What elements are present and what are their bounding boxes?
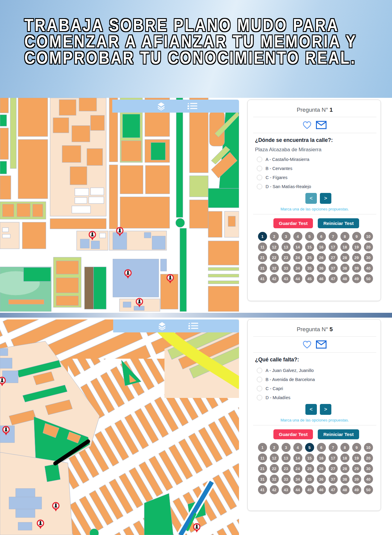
question-number-35[interactable]: 35 [305, 475, 314, 484]
question-number-15[interactable]: 15 [305, 242, 314, 251]
question-number-26[interactable]: 26 [317, 253, 326, 262]
question-number-31[interactable]: 31 [258, 475, 267, 484]
save-test-button[interactable]: Guardar Test [273, 218, 313, 228]
question-number-4[interactable]: 4 [293, 443, 302, 452]
radio-icon[interactable] [257, 175, 262, 180]
option-b[interactable]: B - Avenida de Barcelona [255, 377, 374, 382]
question-number-12[interactable]: 12 [270, 242, 279, 251]
question-number-18[interactable]: 18 [340, 242, 349, 251]
question-number-22[interactable]: 22 [270, 464, 279, 473]
question-number-14[interactable]: 14 [293, 453, 302, 463]
question-number-47[interactable]: 47 [329, 485, 338, 494]
question-number-15[interactable]: 15 [305, 453, 314, 463]
question-number-20[interactable]: 20 [364, 242, 373, 251]
question-number-23[interactable]: 23 [282, 253, 291, 262]
question-number-48[interactable]: 48 [340, 485, 349, 494]
layers-icon[interactable] [157, 102, 167, 111]
question-number-12[interactable]: 12 [270, 453, 279, 463]
question-number-6[interactable]: 6 [317, 232, 326, 241]
question-number-39[interactable]: 39 [352, 475, 361, 484]
question-number-32[interactable]: 32 [270, 264, 279, 273]
question-number-17[interactable]: 17 [329, 453, 338, 463]
radio-icon[interactable] [257, 395, 262, 400]
question-number-50[interactable]: 50 [364, 485, 373, 494]
radio-icon[interactable] [257, 157, 262, 162]
prev-question-button[interactable]: < [305, 404, 317, 415]
question-number-5[interactable]: 5 [305, 443, 314, 452]
question-number-25[interactable]: 25 [305, 464, 314, 473]
question-number-2[interactable]: 2 [270, 232, 279, 241]
question-number-41[interactable]: 41 [258, 485, 267, 494]
question-number-29[interactable]: 29 [352, 464, 361, 473]
question-number-1[interactable]: 1 [258, 443, 267, 452]
question-number-34[interactable]: 34 [293, 475, 302, 484]
question-number-20[interactable]: 20 [364, 453, 373, 463]
question-number-8[interactable]: 8 [340, 232, 349, 241]
save-test-button[interactable]: Guardar Test [273, 429, 313, 439]
question-number-8[interactable]: 8 [340, 443, 349, 452]
question-number-6[interactable]: 6 [317, 443, 326, 452]
question-number-11[interactable]: 11 [258, 242, 267, 251]
radio-icon[interactable] [257, 377, 262, 382]
question-number-37[interactable]: 37 [329, 264, 338, 273]
question-number-10[interactable]: 10 [364, 443, 373, 452]
question-number-13[interactable]: 13 [282, 453, 291, 463]
option-a[interactable]: A - Castaño-Mirasierra [255, 157, 374, 162]
question-number-2[interactable]: 2 [270, 443, 279, 452]
question-number-44[interactable]: 44 [293, 274, 302, 283]
question-number-10[interactable]: 10 [364, 232, 373, 241]
question-number-26[interactable]: 26 [317, 464, 326, 473]
favorite-heart-icon[interactable] [303, 121, 311, 129]
radio-icon[interactable] [257, 386, 262, 391]
question-number-40[interactable]: 40 [364, 264, 373, 273]
question-number-46[interactable]: 46 [317, 485, 326, 494]
question-number-47[interactable]: 47 [329, 274, 338, 283]
question-number-49[interactable]: 49 [352, 274, 361, 283]
question-number-42[interactable]: 42 [270, 485, 279, 494]
question-number-29[interactable]: 29 [352, 253, 361, 262]
question-number-4[interactable]: 4 [293, 232, 302, 241]
question-number-37[interactable]: 37 [329, 475, 338, 484]
question-number-18[interactable]: 18 [340, 453, 349, 463]
question-number-14[interactable]: 14 [293, 242, 302, 251]
question-number-39[interactable]: 39 [352, 264, 361, 273]
list-icon[interactable] [187, 102, 197, 111]
next-question-button[interactable]: > [320, 193, 331, 204]
question-number-9[interactable]: 9 [352, 232, 361, 241]
radio-icon[interactable] [257, 184, 262, 189]
map-quiz-1[interactable] [0, 98, 239, 312]
question-number-16[interactable]: 16 [317, 242, 326, 251]
question-number-40[interactable]: 40 [364, 475, 373, 484]
list-icon[interactable] [188, 322, 198, 330]
question-number-35[interactable]: 35 [305, 264, 314, 273]
question-number-50[interactable]: 50 [364, 274, 373, 283]
question-number-17[interactable]: 17 [329, 242, 338, 251]
question-number-16[interactable]: 16 [317, 453, 326, 463]
question-number-23[interactable]: 23 [282, 464, 291, 473]
next-question-button[interactable]: > [320, 404, 331, 415]
question-number-38[interactable]: 38 [340, 264, 349, 273]
question-number-28[interactable]: 28 [340, 253, 349, 262]
reset-test-button[interactable]: Reiniciar Test [318, 218, 359, 228]
option-d[interactable]: D - San Matías-Realejo [255, 184, 374, 189]
option-d[interactable]: D - Muladíes [255, 395, 374, 400]
question-number-24[interactable]: 24 [293, 464, 302, 473]
question-number-36[interactable]: 36 [317, 475, 326, 484]
radio-icon[interactable] [257, 166, 262, 171]
question-number-27[interactable]: 27 [329, 253, 338, 262]
mail-icon[interactable] [316, 121, 327, 129]
question-number-21[interactable]: 21 [258, 253, 267, 262]
question-number-27[interactable]: 27 [329, 464, 338, 473]
question-number-33[interactable]: 33 [282, 475, 291, 484]
question-number-45[interactable]: 45 [305, 274, 314, 283]
question-number-7[interactable]: 7 [329, 443, 338, 452]
question-number-33[interactable]: 33 [282, 264, 291, 273]
question-number-42[interactable]: 42 [270, 274, 279, 283]
question-number-7[interactable]: 7 [329, 232, 338, 241]
question-number-43[interactable]: 43 [282, 274, 291, 283]
question-number-49[interactable]: 49 [352, 485, 361, 494]
mail-icon[interactable] [316, 340, 327, 349]
question-number-28[interactable]: 28 [340, 464, 349, 473]
layers-icon[interactable] [158, 322, 168, 330]
question-number-21[interactable]: 21 [258, 464, 267, 473]
